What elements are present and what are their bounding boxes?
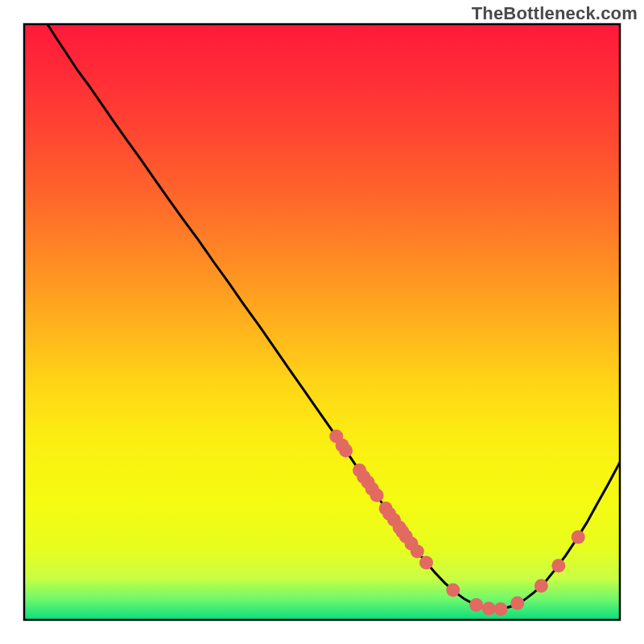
gradient-background bbox=[24, 24, 620, 620]
data-dot bbox=[339, 444, 353, 457]
data-dot bbox=[469, 598, 483, 612]
data-dot bbox=[510, 597, 524, 610]
data-dot bbox=[551, 559, 565, 572]
data-dot bbox=[535, 579, 548, 592]
data-dot bbox=[370, 489, 384, 502]
data-dot bbox=[411, 544, 424, 558]
data-dot bbox=[419, 555, 433, 569]
bottleneck-chart bbox=[0, 0, 644, 644]
data-dot bbox=[572, 530, 585, 544]
watermark-text: TheBottleneck.com bbox=[472, 3, 638, 24]
data-dot bbox=[446, 584, 460, 597]
chart-container: TheBottleneck.com bbox=[0, 0, 644, 644]
data-dot bbox=[494, 602, 508, 616]
data-dot bbox=[482, 601, 496, 615]
